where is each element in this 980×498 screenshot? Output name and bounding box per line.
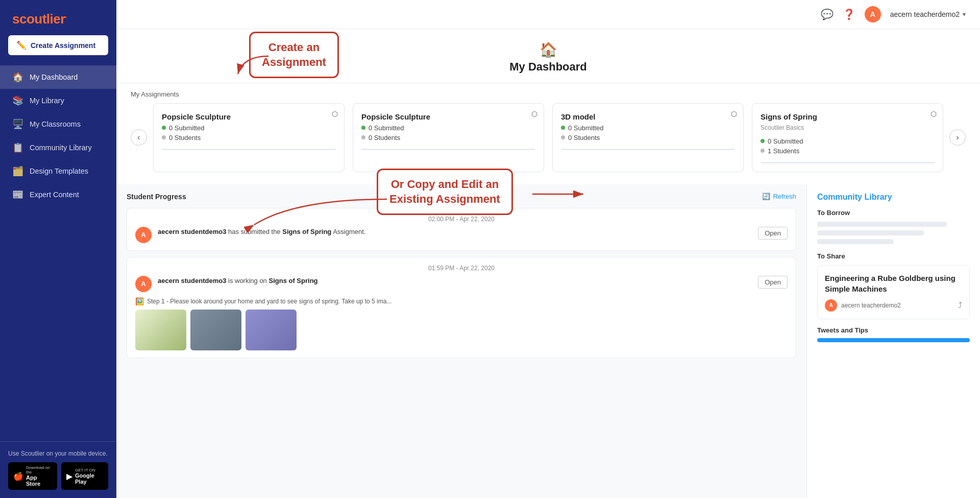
activity-avatar: A	[135, 276, 152, 292]
sidebar-item-community[interactable]: 📋 Community Library	[0, 136, 116, 159]
card-divider	[162, 149, 336, 150]
placeholder-line	[817, 239, 894, 244]
sidebar-item-classrooms[interactable]: 🖥️ My Classrooms	[0, 112, 116, 136]
image-icon: 🖼️	[135, 297, 144, 305]
activity-assignment: Signs of Spring	[282, 228, 331, 235]
sidebar-item-library[interactable]: 📚 My Library	[0, 89, 116, 112]
activity-username: aecern studentdemo3	[158, 277, 226, 284]
sidebar-nav: 🏠 My Dashboard 📚 My Library 🖥️ My Classr…	[0, 65, 116, 206]
home-dashboard-icon: 🏠	[116, 41, 980, 58]
pencil-icon: ✏️	[16, 40, 27, 50]
green-dot	[561, 126, 565, 130]
share-username: aecern teacherdemo2	[841, 302, 901, 309]
step-label: Step 1 - Please look around your home an…	[147, 298, 391, 305]
refresh-label: Refresh	[773, 193, 796, 200]
to-borrow-title: To Borrow	[817, 209, 970, 217]
external-link-icon[interactable]: ⬡	[731, 110, 737, 118]
step-image-1	[135, 310, 186, 350]
green-dot	[162, 126, 166, 130]
student-progress-panel: Student Progress 🔄 Refresh 02:00 PM - Ap…	[116, 184, 806, 499]
tweets-bar	[817, 338, 970, 342]
assignment-title: Popsicle Sculpture	[361, 112, 535, 122]
app-store-label: App Store	[26, 475, 40, 487]
assignment-title: Popsicle Sculpture	[162, 112, 336, 122]
dashboard-title: My Dashboard	[116, 60, 980, 74]
placeholder-line	[817, 230, 924, 235]
open-button[interactable]: Open	[758, 276, 788, 289]
step-preview: 🖼️ Step 1 - Please look around your home…	[135, 297, 788, 350]
share-user: A aecern teacherdemo2	[825, 299, 901, 312]
step-images	[135, 310, 788, 350]
logo-accent: ier	[50, 11, 65, 27]
google-play-label: Google Play	[75, 472, 94, 485]
timestamp: 01:59 PM - Apr 22, 2020	[135, 265, 788, 272]
share-card: Engineering a Rube Goldberg using Simple…	[817, 265, 970, 319]
activity-text: aecern studentdemo3 has submitted the Si…	[158, 227, 752, 237]
next-arrow-button[interactable]: ›	[949, 129, 966, 146]
username: aecern teacherdemo2	[890, 10, 960, 18]
google-play-badge[interactable]: ▶ GET IT ON Google Play	[61, 462, 108, 490]
logo-text-main: scoutl	[12, 11, 50, 27]
sidebar-footer: Use Scoutlier on your mobile device. 🍎 D…	[0, 441, 116, 498]
activity-item-1: 02:00 PM - Apr 22, 2020 A aecern student…	[127, 208, 796, 251]
assignment-card-3: 3D model ⬡ 0 Submitted 0 Students	[552, 103, 744, 172]
activity-body: A aecern studentdemo3 has submitted the …	[135, 227, 788, 243]
assignment-card-1: Popsicle Sculpture ⬡ 0 Submitted 0 Stude…	[153, 103, 345, 172]
activity-username: aecern studentdemo3	[158, 228, 226, 235]
assignment-title: Signs of Spring	[761, 112, 935, 122]
library-icon: 📚	[12, 95, 23, 106]
submitted-stat: 0 Submitted	[361, 124, 535, 132]
open-button[interactable]: Open	[758, 227, 788, 240]
create-btn-label: Create Assignment	[31, 41, 95, 50]
submitted-stat: 0 Submitted	[561, 124, 735, 132]
assignment-title: 3D model	[561, 112, 735, 122]
activity-item-2: 01:59 PM - Apr 22, 2020 A aecern student…	[127, 257, 796, 358]
activity-text: aecern studentdemo3 is working on Signs …	[158, 276, 752, 286]
submitted-stat: 0 Submitted	[761, 137, 935, 145]
prev-arrow-button[interactable]: ‹	[131, 129, 147, 146]
sidebar-item-templates[interactable]: 🗂️ Design Templates	[0, 159, 116, 183]
tweets-title: Tweets and Tips	[817, 326, 970, 334]
step-image-2	[190, 310, 241, 350]
external-link-icon[interactable]: ⬡	[930, 110, 937, 118]
community-panel: Community Library To Borrow To Share Eng…	[806, 184, 980, 499]
activity-body: A aecern studentdemo3 is working on Sign…	[135, 276, 788, 292]
assignments-carousel: ‹ Popsicle Sculpture ⬡ 0 Submitted 0 Stu…	[131, 103, 966, 172]
user-menu[interactable]: aecern teacherdemo2 ▾	[890, 10, 966, 18]
assignments-label: My Assignments	[131, 83, 966, 103]
submitted-stat: 0 Submitted	[162, 124, 336, 132]
green-dot	[761, 139, 765, 143]
step-description: 🖼️ Step 1 - Please look around your home…	[135, 297, 788, 305]
google-play-icon: ▶	[66, 471, 72, 481]
refresh-button[interactable]: 🔄 Refresh	[762, 193, 796, 200]
sidebar-item-dashboard[interactable]: 🏠 My Dashboard	[0, 65, 116, 89]
home-icon: 🏠	[12, 72, 23, 83]
create-assignment-button[interactable]: ✏️ Create Assignment	[8, 35, 108, 55]
to-share-title: To Share	[817, 252, 970, 260]
help-icon[interactable]: ❓	[843, 8, 855, 20]
external-link-icon[interactable]: ⬡	[332, 110, 338, 118]
card-divider	[361, 149, 535, 150]
activity-avatar: A	[135, 227, 152, 243]
gray-dot	[561, 135, 565, 139]
assignment-subtitle: Scoutlier Basics	[761, 124, 935, 131]
chat-icon[interactable]: 💬	[821, 8, 834, 20]
share-icon[interactable]: ⤴	[958, 301, 962, 310]
sidebar-item-expert[interactable]: 📰 Expert Content	[0, 183, 116, 206]
app-store-badge[interactable]: 🍎 Download on the App Store	[8, 462, 57, 490]
sidebar-item-label: Expert Content	[30, 191, 79, 199]
progress-header: Student Progress 🔄 Refresh	[127, 193, 796, 201]
expert-icon: 📰	[12, 189, 23, 200]
get-it-label: GET IT ON	[75, 468, 103, 472]
app-logo: scoutlier•	[0, 0, 116, 35]
sidebar-item-label: Design Templates	[30, 167, 88, 175]
sidebar-item-label: My Classrooms	[30, 120, 81, 128]
community-icon: 📋	[12, 142, 23, 153]
download-label: Download on the	[26, 465, 52, 475]
avatar: A	[865, 6, 881, 22]
topbar: 💬 ❓ A aecern teacherdemo2 ▾	[116, 0, 980, 29]
external-link-icon[interactable]: ⬡	[531, 110, 537, 118]
community-panel-title: Community Library	[817, 193, 970, 202]
card-divider	[761, 162, 935, 163]
step-image-3	[246, 310, 297, 350]
